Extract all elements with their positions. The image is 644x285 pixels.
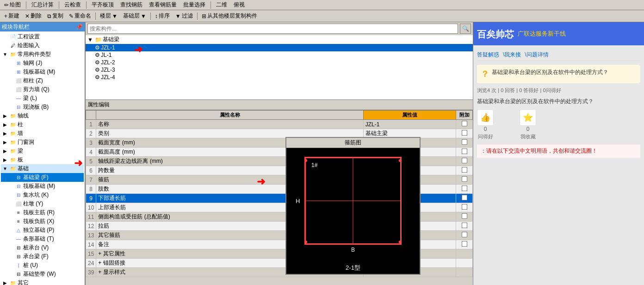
prop-extra[interactable] bbox=[456, 231, 473, 240]
prop-extra[interactable] bbox=[456, 240, 473, 249]
sort-btn[interactable]: ↕ 排序 bbox=[153, 11, 172, 21]
folder-icon: 📁 bbox=[9, 280, 17, 285]
nav-item-raft-main-bar[interactable]: ≡ 筏板主筋 (R) bbox=[1, 208, 84, 217]
nav-item-shear-wall[interactable]: ⬜ 剪力墙 (Q) bbox=[1, 85, 84, 94]
toolbar-cloud-btn[interactable]: 云检查 bbox=[62, 0, 83, 10]
nav-item-beam[interactable]: — 梁 (L) bbox=[1, 94, 84, 103]
toolbar-view-rebar-btn[interactable]: 查看钢筋量 bbox=[147, 0, 179, 10]
toolbar-batch-select-btn[interactable]: 批量选择 bbox=[181, 0, 208, 10]
search-input[interactable] bbox=[87, 24, 458, 34]
prop-extra[interactable] bbox=[456, 194, 473, 203]
prop-extra[interactable] bbox=[456, 268, 473, 277]
toolbar-flatten-btn[interactable]: 平齐板顶 bbox=[89, 0, 116, 10]
checkbox[interactable] bbox=[462, 223, 467, 228]
nav-item-project-settings[interactable]: 📄 工程设置 bbox=[1, 32, 84, 41]
nav-item-strip-foundation[interactable]: — 条形基础 (T) bbox=[1, 235, 84, 243]
nav-item-pile-cap[interactable]: ⊟ 桩承台 (V) bbox=[1, 243, 84, 252]
tree-folder-foundation-beam[interactable]: ▼ 📁 基础梁 bbox=[86, 35, 473, 44]
nav-item-axis[interactable]: ⊞ 轴网 (J) bbox=[1, 59, 84, 68]
item-icon: — bbox=[15, 236, 22, 242]
nav-item-slab-folder[interactable]: ▶ 📁 板 bbox=[1, 155, 84, 164]
gear-icon: ⚙ bbox=[95, 74, 100, 81]
nav-item-drawing-input[interactable]: 🖊 绘图输入 bbox=[1, 41, 84, 50]
collect-button[interactable]: ⭐ 0 我收藏 bbox=[520, 109, 536, 140]
nav-item-raft-base[interactable]: ⊟ 筏板基础 (M) bbox=[1, 182, 84, 191]
base-layer-btn[interactable]: 基础层 ▼ bbox=[121, 11, 149, 21]
tree-item-jzl4[interactable]: ⚙ JZL-4 bbox=[86, 74, 473, 81]
nav-item-cast-slab[interactable]: ⊟ 现浇板 (B) bbox=[1, 103, 84, 112]
checkbox[interactable] bbox=[462, 241, 467, 247]
nav-item-col-pedestal[interactable]: ⬜ 柱墩 (Y) bbox=[1, 199, 84, 208]
search-button[interactable]: 🔍 bbox=[460, 24, 471, 34]
table-row[interactable]: 1 名称 JZL-1 bbox=[86, 120, 473, 129]
checkbox[interactable] bbox=[462, 158, 467, 163]
component-tree[interactable]: ▼ 📁 基础梁 ⚙ JZL-1 ⚙ JL-1 ⚙ JZL-2 bbox=[86, 35, 473, 100]
prop-extra[interactable] bbox=[456, 148, 473, 157]
nav-tree[interactable]: 📄 工程设置 🖊 绘图输入 ▼ 📁 常用构件类型 ⊞ 轴网 (J) ⊞ bbox=[0, 31, 85, 285]
nav-item-raft[interactable]: ⊞ 筏板基础 (M) bbox=[1, 68, 84, 76]
toolbar-find-rebar-btn[interactable]: 查找钢筋 bbox=[118, 0, 145, 10]
tree-item-jzl2[interactable]: ⚙ JZL-2 bbox=[86, 59, 473, 66]
nav-item-frame-col[interactable]: ⬜ 框柱 (Z) bbox=[1, 76, 84, 85]
layer-select-btn[interactable]: 楼层 ▼ bbox=[98, 11, 120, 21]
prop-extra[interactable] bbox=[456, 222, 473, 231]
checkbox[interactable] bbox=[462, 149, 467, 154]
nav-item-pile[interactable]: | 桩 (U) bbox=[1, 261, 84, 270]
prop-extra[interactable] bbox=[456, 157, 473, 166]
qa-nav-take[interactable]: \我来接 bbox=[503, 51, 521, 59]
nav-item-raft-neg-bar[interactable]: ≡ 筏板负筋 (X) bbox=[1, 217, 84, 226]
prop-extra[interactable] bbox=[456, 185, 473, 194]
draw-icon: ✏ bbox=[4, 2, 9, 8]
checkbox[interactable] bbox=[462, 176, 467, 182]
prop-extra[interactable] bbox=[456, 212, 473, 222]
tree-item-jzl1[interactable]: ⚙ JZL-1 bbox=[86, 44, 473, 51]
nav-item-wall-folder[interactable]: ▶ 📁 墙 bbox=[1, 129, 84, 138]
prop-extra[interactable] bbox=[456, 259, 473, 268]
nav-item-foundation-folder[interactable]: ▼ 📁 基础 bbox=[1, 164, 84, 173]
nav-item-isolated-foundation[interactable]: △ 独立基础 (P) bbox=[1, 226, 84, 235]
prop-extra[interactable] bbox=[456, 249, 473, 259]
checkbox[interactable] bbox=[462, 130, 467, 136]
rename-btn[interactable]: ✎ 重命名 bbox=[67, 11, 93, 21]
prop-extra[interactable] bbox=[456, 203, 473, 212]
checkbox[interactable] bbox=[462, 232, 467, 237]
prop-extra[interactable] bbox=[456, 175, 473, 185]
prop-value[interactable]: JZL-1 bbox=[363, 120, 456, 129]
nav-item-common-types[interactable]: ▼ 📁 常用构件类型 bbox=[1, 50, 84, 59]
prop-extra[interactable] bbox=[456, 129, 473, 138]
nav-item-col-folder[interactable]: ▶ 📁 柱 bbox=[1, 120, 84, 129]
qa-nav-answers[interactable]: 答疑解惑 bbox=[477, 51, 499, 59]
nav-item-axis-folder[interactable]: ▶ 📁 轴线 bbox=[1, 112, 84, 120]
qa-nav-detail[interactable]: \问题详情 bbox=[525, 51, 548, 59]
new-btn[interactable]: + 新建 bbox=[2, 11, 22, 21]
like-button[interactable]: 👍 0 问得好 bbox=[477, 109, 494, 140]
toolbar-topview-btn[interactable]: 俯视 bbox=[231, 0, 247, 10]
nav-item-others-folder[interactable]: ▶ 📁 其它 bbox=[1, 279, 84, 285]
prop-extra[interactable] bbox=[456, 120, 473, 129]
nav-item-door-folder[interactable]: ▶ 📁 门窗洞 bbox=[1, 138, 84, 147]
nav-item-beam-folder[interactable]: ▶ 📁 梁 bbox=[1, 147, 84, 155]
checkbox[interactable] bbox=[462, 167, 467, 173]
tree-item-jzl3[interactable]: ⚙ JZL-3 bbox=[86, 66, 473, 74]
copy-btn[interactable]: ⧉ 复制 bbox=[45, 11, 66, 21]
tree-item-jl1[interactable]: ⚙ JL-1 bbox=[86, 51, 473, 59]
checkbox[interactable] bbox=[462, 121, 467, 126]
copy-from-layer-btn[interactable]: ⊞ 从其他楼层复制构件 bbox=[199, 11, 260, 21]
toolbar-calc-btn[interactable]: 汇总计算 bbox=[29, 0, 56, 10]
brand-subtitle: 广联达服务新干线 bbox=[518, 30, 566, 38]
nav-item-water-pit[interactable]: ⊟ 集水坑 (K) bbox=[1, 191, 84, 199]
checkbox[interactable] bbox=[462, 204, 467, 210]
toolbar-draw-btn[interactable]: ✏ 绘图 bbox=[2, 0, 23, 10]
nav-item-base-pad[interactable]: ⊟ 基础垫带 (W) bbox=[1, 270, 84, 279]
prop-extra[interactable] bbox=[456, 166, 473, 175]
toolbar-2d-btn[interactable]: 二维 bbox=[214, 0, 229, 10]
filter-btn[interactable]: ▼ 过滤 bbox=[173, 11, 195, 21]
delete-btn[interactable]: ✕ 删除 bbox=[23, 11, 44, 21]
prop-extra[interactable] bbox=[456, 138, 473, 148]
nav-item-foundation-beam[interactable]: ⊟ 基础梁 (F) bbox=[1, 173, 84, 182]
checkbox[interactable] bbox=[462, 186, 467, 191]
nav-item-cap-beam[interactable]: ⊟ 承台梁 (F) bbox=[1, 252, 84, 261]
checkbox[interactable] bbox=[462, 213, 467, 219]
checkbox[interactable] bbox=[462, 139, 467, 145]
checkbox[interactable] bbox=[462, 195, 467, 200]
